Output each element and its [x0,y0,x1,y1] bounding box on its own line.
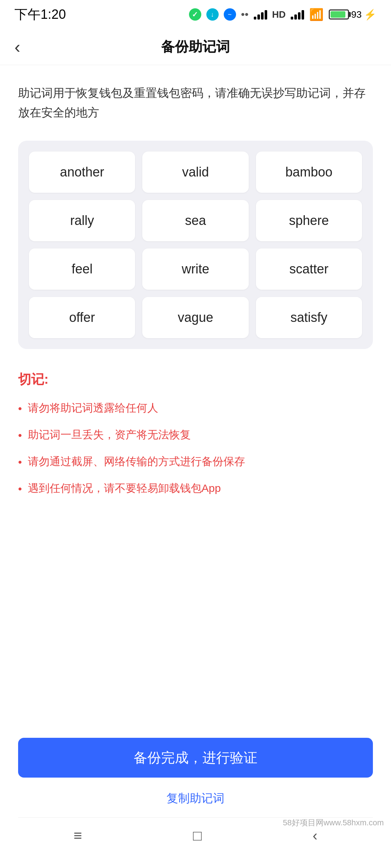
mnemonic-container: another valid bamboo rally sea sphere fe… [18,141,373,349]
bullet-4: • [18,480,22,498]
mnemonic-word-8: write [142,248,248,290]
mnemonic-word-3: bamboo [256,152,362,193]
bullet-1: • [18,400,22,417]
watermark: 58好项目网www.58hxm.com [283,817,384,828]
warning-item-4: • 遇到任何情况，请不要轻易卸载钱包App [18,480,373,498]
warning-item-1: • 请勿将助记词透露给任何人 [18,399,373,417]
messenger-icon: ~ [224,8,236,21]
mnemonic-word-6: sphere [256,200,362,241]
warning-item-2: • 助记词一旦丢失，资产将无法恢复 [18,426,373,444]
bullet-2: • [18,427,22,444]
more-icon: •• [241,8,249,21]
verify-button[interactable]: 备份完成，进行验证 [18,738,373,778]
mnemonic-word-12: satisfy [256,297,362,338]
mnemonic-word-9: scatter [256,248,362,290]
status-icons: ✓ ↓ ~ •• HD 📶 93 ⚡ [189,8,377,21]
download-icon: ↓ [206,8,219,21]
warning-title: 切记: [18,371,373,388]
status-bar: 下午1:20 ✓ ↓ ~ •• HD 📶 93 ⚡ [0,0,391,29]
charging-icon: ⚡ [364,9,377,21]
page-header: ‹ 备份助记词 [0,29,391,65]
battery-icon: 93 ⚡ [329,9,377,21]
mnemonic-grid: another valid bamboo rally sea sphere fe… [29,152,362,338]
battery-level: 93 [351,9,362,20]
wifi-icon: 📶 [309,8,324,21]
mnemonic-word-2: valid [142,152,248,193]
warning-list: • 请勿将助记词透露给任何人 • 助记词一旦丢失，资产将无法恢复 • 请勿通过截… [18,399,373,498]
copy-mnemonic-link[interactable]: 复制助记词 [18,791,373,807]
page-title: 备份助记词 [161,38,230,56]
warning-item-3: • 请勿通过截屏、网络传输的方式进行备份保存 [18,453,373,471]
signal-bars [254,9,267,20]
warning-section: 切记: • 请勿将助记词透露给任何人 • 助记词一旦丢失，资产将无法恢复 • 请… [18,371,373,498]
mnemonic-word-4: rally [29,200,135,241]
nav-back-icon[interactable]: ‹ [312,827,317,844]
back-button[interactable]: ‹ [14,38,20,56]
wechat-icon: ✓ [189,8,201,21]
mnemonic-word-11: vague [142,297,248,338]
mnemonic-word-1: another [29,152,135,193]
hd-label: HD [272,9,286,20]
mnemonic-word-7: feel [29,248,135,290]
mnemonic-word-5: sea [142,200,248,241]
status-time: 下午1:20 [14,6,66,24]
nav-menu-icon[interactable]: ≡ [73,827,82,844]
bottom-section: 备份完成，进行验证 复制助记词 ≡ □ ‹ 58好项目网www.58hxm.co… [0,727,391,868]
signal-bars-2 [291,9,304,20]
nav-home-icon[interactable]: □ [193,827,202,844]
bullet-3: • [18,454,22,471]
mnemonic-word-10: offer [29,297,135,338]
description-text: 助记词用于恢复钱包及重置钱包密码，请准确无误抄写助记词，并存放在安全的地方 [18,83,373,123]
